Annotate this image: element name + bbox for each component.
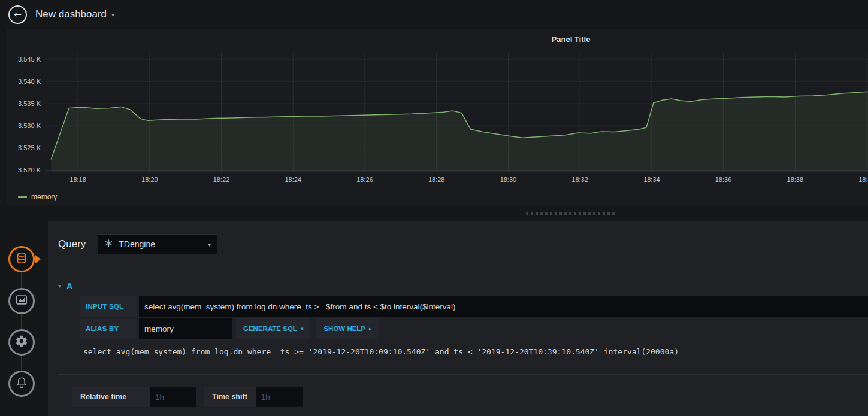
query-row-header[interactable]: ▾ A [58, 275, 868, 296]
time-shift-field[interactable] [256, 387, 303, 407]
collapse-caret-icon[interactable]: ▾ [58, 283, 61, 289]
svg-text:3.530 K: 3.530 K [18, 122, 41, 129]
svg-text:18:28: 18:28 [428, 176, 445, 183]
svg-text:3.535 K: 3.535 K [18, 100, 41, 107]
tab-queries[interactable] [8, 246, 35, 272]
panel-resize-row [6, 205, 868, 221]
dashboard-title-caret-icon: ▾ [111, 11, 114, 18]
svg-text:18:26: 18:26 [356, 176, 373, 183]
svg-text:3.545 K: 3.545 K [18, 56, 41, 63]
query-header: Query TDengine ▾ [58, 234, 868, 254]
show-help-button[interactable]: SHOW HELP ▸ [316, 318, 379, 339]
options-divider [58, 374, 868, 375]
input-sql-row: INPUT SQL [80, 296, 868, 317]
svg-text:18:36: 18:36 [715, 176, 732, 183]
alias-by-field[interactable] [139, 318, 232, 339]
query-row-a: ▾ A INPUT SQL ALIAS BY GENERATE SQL ▾ [58, 275, 868, 356]
svg-text:18:18: 18:18 [69, 176, 86, 183]
svg-text:3.540 K: 3.540 K [18, 78, 41, 85]
chart-legend: memory [18, 193, 57, 201]
panel-editor: Query TDengine ▾ ▾ [0, 221, 868, 416]
svg-text:18:38: 18:38 [787, 176, 804, 183]
input-sql-label: INPUT SQL [80, 296, 137, 317]
datasource-name: TDengine [119, 239, 155, 249]
relative-time-field[interactable] [150, 387, 196, 407]
svg-text:18:30: 18:30 [500, 176, 517, 183]
alias-by-label: ALIAS BY [80, 318, 137, 339]
svg-text:18:22: 18:22 [213, 176, 230, 183]
legend-color-dash-icon [18, 196, 27, 198]
tab-alert[interactable] [8, 371, 35, 397]
svg-text:18:20: 18:20 [141, 176, 158, 183]
graph-panel: Panel Title 3.520 K3.525 K3.530 K3.535 K… [6, 29, 868, 205]
time-options-row: Relative time Time shift [72, 387, 868, 407]
alias-by-row: ALIAS BY GENERATE SQL ▾ SHOW HELP ▸ [80, 318, 868, 339]
tab-general[interactable] [8, 329, 35, 356]
query-editor-content: Query TDengine ▾ ▾ [48, 221, 868, 416]
legend-series-label[interactable]: memory [31, 193, 57, 201]
svg-text:18:32: 18:32 [571, 176, 588, 183]
generate-sql-button[interactable]: GENERATE SQL ▾ [236, 318, 310, 339]
datasource-caret-icon: ▾ [208, 241, 211, 248]
time-shift-label: Time shift [204, 387, 256, 407]
topbar: ← New dashboard ▾ [0, 0, 868, 29]
active-tab-arrow-icon [35, 255, 41, 263]
generated-sql-text: select avg(mem_system) from log.dn where… [83, 347, 868, 356]
svg-text:18:24: 18:24 [285, 176, 301, 183]
panel-resize-handle[interactable] [526, 212, 616, 215]
bell-icon [15, 376, 28, 391]
svg-text:18:34: 18:34 [643, 176, 660, 183]
generate-sql-button-label: GENERATE SQL [243, 325, 297, 332]
datasource-picker[interactable]: TDengine ▾ [98, 234, 217, 254]
dashboard-title[interactable]: New dashboard [35, 8, 107, 20]
chart-canvas[interactable]: 3.520 K3.525 K3.530 K3.535 K3.540 K3.545… [6, 53, 868, 188]
back-button[interactable]: ← [8, 5, 27, 24]
graph-icon [15, 293, 28, 309]
query-row-body: INPUT SQL ALIAS BY GENERATE SQL ▾ SHOW H… [80, 296, 868, 356]
show-help-caret-icon: ▸ [369, 326, 372, 332]
svg-text:3.520 K: 3.520 K [18, 166, 41, 174]
database-icon [15, 251, 28, 267]
generate-sql-caret-icon: ▾ [301, 326, 304, 332]
input-sql-field[interactable] [139, 296, 868, 317]
relative-time-label: Relative time [72, 387, 150, 407]
show-help-button-label: SHOW HELP [323, 325, 365, 332]
panel-title[interactable]: Panel Title [6, 35, 868, 44]
tdengine-logo-icon [104, 239, 113, 250]
query-ref-id: A [66, 281, 72, 291]
tab-visualization[interactable] [8, 288, 35, 314]
back-arrow-icon: ← [14, 9, 22, 20]
time-series-chart[interactable]: 3.520 K3.525 K3.530 K3.535 K3.540 K3.545… [6, 53, 868, 188]
svg-text:18:40: 18:40 [858, 176, 868, 183]
editor-tab-rail [0, 221, 48, 416]
gear-icon [15, 335, 28, 350]
svg-text:3.525 K: 3.525 K [18, 144, 41, 151]
tab-rail-connector-line [21, 259, 22, 386]
query-section-title: Query [58, 238, 86, 250]
